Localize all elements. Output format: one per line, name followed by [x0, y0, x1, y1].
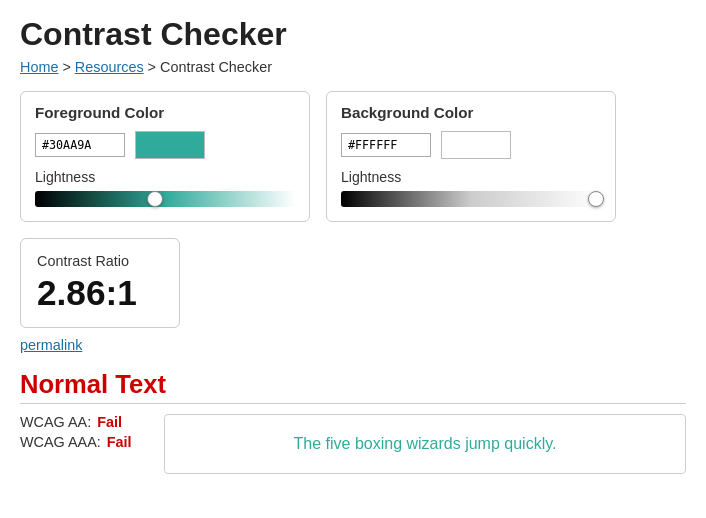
- foreground-hex-input[interactable]: [35, 133, 125, 157]
- foreground-panel: Foreground Color Lightness: [20, 91, 310, 222]
- permalink-link[interactable]: permalink: [20, 337, 82, 353]
- contrast-ratio-value: 2.86: [37, 273, 106, 312]
- breadcrumb-sep1: >: [62, 59, 74, 75]
- background-slider-thumb[interactable]: [588, 191, 604, 207]
- section-divider: [20, 403, 686, 404]
- wcag-table: WCAG AA: Fail WCAG AAA: Fail: [20, 414, 140, 454]
- background-lightness-label: Lightness: [341, 169, 601, 185]
- background-slider-track: [341, 191, 601, 207]
- wcag-aaa-result: Fail: [107, 434, 132, 450]
- foreground-slider[interactable]: [35, 191, 295, 207]
- contrast-ratio-display: 2.86:1: [37, 273, 163, 313]
- foreground-swatch[interactable]: [135, 131, 205, 159]
- wcag-aa-row: WCAG AA: Fail: [20, 414, 140, 430]
- wcag-aaa-label: WCAG AAA:: [20, 434, 101, 450]
- background-hex-input[interactable]: [341, 133, 431, 157]
- wcag-aaa-row: WCAG AAA: Fail: [20, 434, 140, 450]
- background-panel-title: Background Color: [341, 104, 601, 121]
- wcag-aa-label: WCAG AA:: [20, 414, 91, 430]
- foreground-lightness-label: Lightness: [35, 169, 295, 185]
- preview-box: The five boxing wizards jump quickly.: [164, 414, 686, 474]
- breadcrumb-sep2: >: [148, 59, 160, 75]
- contrast-ratio-separator: :1: [106, 273, 137, 312]
- breadcrumb-current: Contrast Checker: [160, 59, 272, 75]
- normal-text-heading: Normal Text: [20, 370, 686, 399]
- breadcrumb-home[interactable]: Home: [20, 59, 58, 75]
- contrast-label: Contrast Ratio: [37, 253, 163, 269]
- breadcrumb: Home > Resources > Contrast Checker: [20, 59, 686, 75]
- wcag-results: WCAG AA: Fail WCAG AAA: Fail The five bo…: [20, 414, 686, 474]
- preview-text: The five boxing wizards jump quickly.: [294, 435, 557, 453]
- background-panel: Background Color Lightness: [326, 91, 616, 222]
- foreground-panel-title: Foreground Color: [35, 104, 295, 121]
- page-title: Contrast Checker: [20, 16, 686, 53]
- contrast-box: Contrast Ratio 2.86:1: [20, 238, 180, 328]
- foreground-slider-track: [35, 191, 295, 207]
- permalink-row: permalink: [20, 336, 686, 354]
- background-swatch[interactable]: [441, 131, 511, 159]
- foreground-input-row: [35, 131, 295, 159]
- color-panels: Foreground Color Lightness Background Co…: [20, 91, 686, 222]
- breadcrumb-resources[interactable]: Resources: [75, 59, 144, 75]
- wcag-aa-result: Fail: [97, 414, 122, 430]
- foreground-slider-thumb[interactable]: [147, 191, 163, 207]
- background-input-row: [341, 131, 601, 159]
- background-slider[interactable]: [341, 191, 601, 207]
